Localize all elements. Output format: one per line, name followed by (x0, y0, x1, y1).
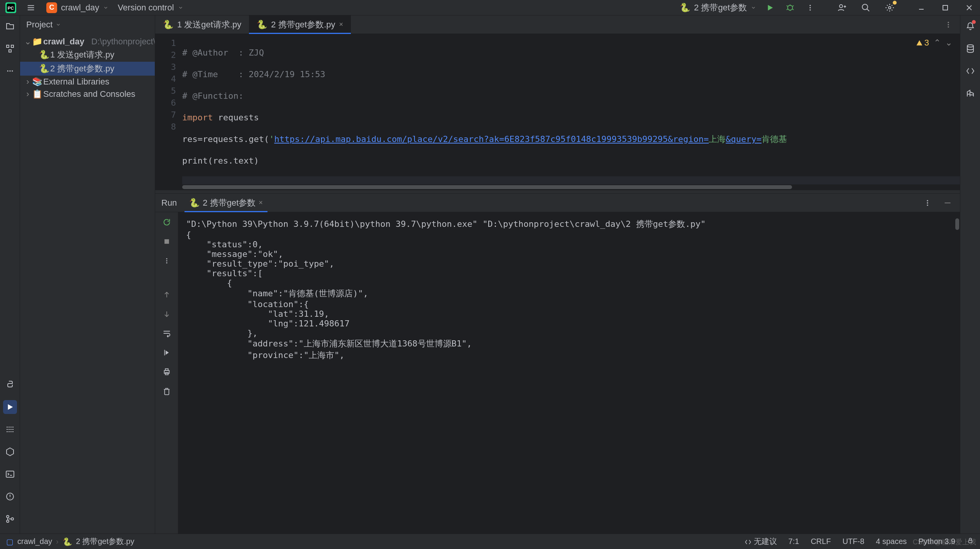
project-badge: C (46, 2, 57, 13)
run-tab-active[interactable]: 🐍 2 携带get参数 × (184, 194, 267, 212)
python-packages-icon[interactable] (3, 445, 17, 459)
print-icon[interactable] (161, 366, 173, 378)
hide-pane-icon[interactable] (941, 197, 954, 209)
close-tab-icon[interactable]: × (259, 199, 263, 207)
database-tool-icon[interactable] (963, 42, 977, 56)
svg-point-6 (809, 9, 811, 10)
more-icon[interactable] (161, 255, 173, 267)
next-highlight-icon[interactable]: ⌄ (945, 38, 952, 48)
tree-file[interactable]: 🐍 1 发送get请求.py (20, 48, 155, 62)
editor-tabs: 🐍 1 发送get请求.py 🐍 2 携带get参数.py × (155, 15, 960, 34)
left-tool-rail (0, 15, 20, 534)
run-tool-icon[interactable] (3, 400, 17, 414)
tree-file-selected[interactable]: 🐍 2 携带get参数.py (20, 62, 155, 76)
prev-highlight-icon[interactable]: ⌃ (934, 38, 941, 48)
chevron-right-icon[interactable]: › (25, 77, 31, 87)
run-button[interactable] (764, 2, 776, 14)
file-encoding[interactable]: UTF-8 (843, 537, 865, 546)
run-pane: Run 🐍 2 携带get参数 × (155, 194, 960, 534)
python-file-icon: 🐍 (40, 50, 48, 60)
svg-point-31 (166, 262, 167, 264)
titlebar: PC C crawl_day Version control 🐍 2 携带get… (0, 0, 980, 15)
svg-point-27 (927, 204, 928, 206)
suggestion-status[interactable]: 无建议 (745, 536, 777, 547)
settings-update-dot (893, 1, 897, 5)
terminal-tool-icon[interactable] (3, 467, 17, 481)
run-pane-options-icon[interactable] (921, 197, 934, 209)
editor-tab-active[interactable]: 🐍 2 携带get参数.py × (249, 15, 351, 34)
settings-icon[interactable] (884, 2, 896, 14)
code-content[interactable]: # @Author : ZJQ # @Time : 2024/2/19 15:5… (182, 34, 960, 184)
scroll-to-end-icon[interactable] (161, 346, 173, 359)
version-control-menu[interactable]: Version control (118, 3, 183, 13)
ai-assistant-icon[interactable] (963, 64, 977, 78)
chevron-right-icon[interactable]: › (25, 89, 31, 99)
navbar-module-icon[interactable]: ▢ (6, 537, 14, 546)
run-configuration-selector[interactable]: 🐍 2 携带get参数 (680, 2, 756, 14)
pane-separator[interactable] (155, 190, 960, 194)
tree-scratches[interactable]: › 📋 Scratches and Consoles (20, 88, 155, 100)
caret-position[interactable]: 7:1 (789, 537, 799, 546)
run-pane-title: Run (161, 198, 177, 208)
svg-point-30 (166, 260, 167, 262)
search-everywhere-icon[interactable] (860, 2, 872, 14)
python-icon: 🐍 (680, 3, 690, 13)
console-vertical-scrollbar[interactable] (955, 218, 959, 230)
python-console-icon[interactable] (3, 378, 17, 392)
chevron-down-icon (103, 5, 108, 10)
more-tools-icon[interactable] (3, 64, 17, 78)
svg-text:PC: PC (8, 5, 14, 10)
more-run-options-icon[interactable] (804, 2, 816, 14)
code-editor[interactable]: 3 ⌃ ⌄ 1 2 3 4 5 6 7 8 # @Author : ZJQ # … (155, 34, 960, 184)
indent-setting[interactable]: 4 spaces (876, 537, 907, 546)
editor-horizontal-scrollbar[interactable] (155, 184, 960, 190)
project-pane: Project ⌄ 📁 crawl_day D:\pythonproject\c… (20, 15, 155, 534)
soft-wrap-icon[interactable] (161, 327, 173, 340)
clear-all-icon[interactable] (161, 385, 173, 397)
editor-tab[interactable]: 🐍 1 发送get请求.py (155, 15, 249, 34)
rerun-icon[interactable] (161, 216, 173, 228)
svg-rect-10 (943, 5, 948, 10)
svg-point-14 (7, 70, 8, 71)
console-output[interactable]: "D:\Python 39\Python 3.9.7(64bit)\python… (178, 212, 960, 534)
status-bar: ▢ crawl_day › 🐍 2 携带get参数.py 无建议 7:1 CRL… (0, 534, 980, 549)
stop-icon[interactable] (161, 235, 173, 248)
svg-point-29 (166, 258, 167, 259)
vcs-tool-icon[interactable] (3, 512, 17, 526)
line-separator[interactable]: CRLF (811, 537, 831, 546)
project-tree[interactable]: ⌄ 📁 crawl_day D:\pythonproject\crawl_day… (20, 34, 155, 534)
breadcrumb-file[interactable]: 2 携带get参数.py (76, 536, 134, 547)
services-tool-icon[interactable] (3, 422, 17, 436)
scroll-down-icon[interactable] (161, 308, 173, 320)
close-tab-icon[interactable]: × (339, 20, 344, 29)
svg-point-20 (7, 520, 9, 522)
project-tool-icon[interactable] (3, 19, 17, 33)
code-with-me-icon[interactable] (836, 2, 848, 14)
debug-button[interactable] (784, 2, 796, 14)
chevron-down-icon[interactable]: ⌄ (25, 37, 31, 47)
scratches-icon: 📋 (33, 89, 41, 99)
svg-point-4 (809, 5, 811, 6)
tabs-more-icon[interactable] (937, 15, 960, 34)
line-gutter: 1 2 3 4 5 6 7 8 (155, 34, 182, 184)
svg-rect-17 (6, 471, 14, 477)
window-minimize-icon[interactable] (915, 2, 928, 14)
window-close-icon[interactable] (963, 2, 975, 14)
svg-point-26 (927, 202, 928, 203)
inspection-warning-badge[interactable]: 3 (916, 38, 929, 48)
main-menu-icon[interactable] (25, 2, 37, 14)
svg-point-7 (840, 5, 843, 8)
project-pane-header[interactable]: Project (20, 15, 155, 34)
scroll-up-icon[interactable] (161, 289, 173, 301)
notifications-icon[interactable] (963, 19, 977, 33)
window-maximize-icon[interactable] (939, 2, 951, 14)
endpoints-tool-icon[interactable] (963, 86, 977, 100)
project-selector[interactable]: C crawl_day (46, 2, 108, 13)
python-file-icon: 🐍 (63, 537, 72, 546)
breadcrumb-root[interactable]: crawl_day (17, 537, 52, 546)
structure-tool-icon[interactable] (3, 42, 17, 56)
tree-root[interactable]: ⌄ 📁 crawl_day D:\pythonproject\crawl_day (20, 35, 155, 48)
problems-tool-icon[interactable] (3, 490, 17, 503)
library-icon: 📚 (33, 77, 41, 87)
tree-external-libraries[interactable]: › 📚 External Libraries (20, 76, 155, 88)
